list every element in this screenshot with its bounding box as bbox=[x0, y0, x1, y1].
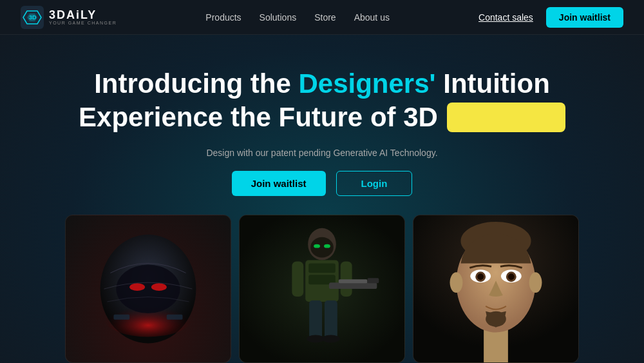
join-waitlist-nav-button[interactable]: Join waitlist bbox=[546, 7, 623, 28]
svg-point-38 bbox=[477, 273, 484, 280]
hero-subtitle: Design with our patent pending Generativ… bbox=[206, 148, 437, 158]
svg-point-33 bbox=[529, 272, 542, 293]
svg-rect-20 bbox=[341, 261, 352, 297]
svg-rect-24 bbox=[309, 300, 322, 339]
hero-line2-text: Experience the Future of 3D bbox=[79, 102, 438, 133]
nav-links: Products Solutions Store About us bbox=[205, 12, 390, 23]
logo-icon: 3D bbox=[21, 6, 44, 29]
cards-row bbox=[0, 215, 644, 363]
svg-rect-25 bbox=[325, 300, 337, 339]
hero-title-line2: Experience the Future of 3D bbox=[79, 102, 565, 133]
nav-right: Contact sales Join waitlist bbox=[478, 7, 623, 28]
hero-buttons: Join waitlist Login bbox=[232, 171, 413, 196]
logo: 3D 3DAiLY YOUR GAME CHANGER bbox=[21, 6, 117, 29]
svg-rect-23 bbox=[367, 278, 379, 283]
login-button[interactable]: Login bbox=[336, 171, 413, 196]
svg-point-32 bbox=[450, 272, 463, 293]
nav-item-products[interactable]: Products bbox=[205, 12, 241, 23]
svg-point-8 bbox=[151, 283, 167, 291]
face-illustration bbox=[413, 215, 578, 362]
hero-intuition-text: Intuition bbox=[436, 68, 550, 99]
svg-point-26 bbox=[307, 335, 325, 342]
hero-highlight-text: Designers' bbox=[298, 68, 435, 99]
svg-point-14 bbox=[314, 244, 320, 248]
hero-title-line1: Introducing the Designers' Intuition bbox=[94, 68, 550, 99]
hero-intro-text: Introducing the bbox=[94, 68, 298, 99]
svg-rect-29 bbox=[484, 328, 508, 363]
hero-yellow-pill bbox=[447, 103, 565, 132]
svg-rect-10 bbox=[167, 315, 183, 320]
logo-text: 3DAiLY YOUR GAME CHANGER bbox=[49, 9, 117, 25]
logo-title: 3DAiLY bbox=[49, 9, 117, 21]
card-face bbox=[413, 215, 579, 363]
svg-text:3D: 3D bbox=[29, 14, 37, 21]
svg-rect-22 bbox=[339, 279, 368, 283]
svg-rect-19 bbox=[292, 261, 303, 297]
card-soldier bbox=[239, 215, 405, 363]
svg-point-6 bbox=[116, 264, 180, 313]
svg-rect-17 bbox=[308, 263, 336, 273]
svg-point-27 bbox=[322, 335, 340, 342]
svg-point-7 bbox=[129, 283, 145, 291]
svg-rect-21 bbox=[329, 282, 377, 289]
nav-item-solutions[interactable]: Solutions bbox=[260, 12, 297, 23]
join-waitlist-hero-button[interactable]: Join waitlist bbox=[232, 171, 326, 196]
logo-subtitle: YOUR GAME CHANGER bbox=[49, 21, 117, 25]
hero-section: Introducing the Designers' Intuition Exp… bbox=[0, 35, 644, 196]
nav-item-store[interactable]: Store bbox=[314, 12, 336, 23]
helmet-illustration bbox=[66, 215, 231, 362]
svg-rect-9 bbox=[113, 315, 129, 320]
navbar: 3D 3DAiLY YOUR GAME CHANGER Products Sol… bbox=[0, 0, 644, 35]
contact-sales-link[interactable]: Contact sales bbox=[478, 12, 533, 23]
svg-point-13 bbox=[310, 237, 334, 258]
svg-point-39 bbox=[508, 273, 515, 280]
soldier-illustration bbox=[240, 215, 404, 362]
svg-point-15 bbox=[324, 244, 330, 248]
nav-item-about[interactable]: About us bbox=[354, 12, 390, 23]
card-helmet bbox=[65, 215, 231, 363]
